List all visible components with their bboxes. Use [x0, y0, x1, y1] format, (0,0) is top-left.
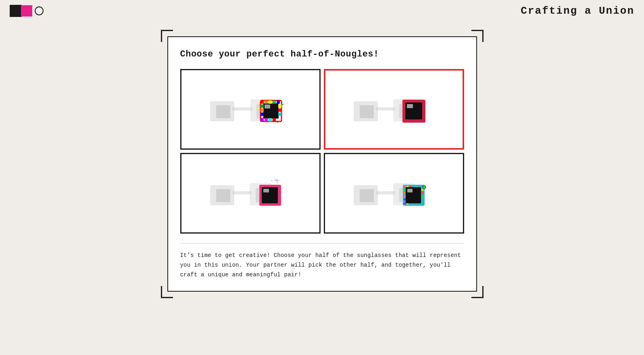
svg-rect-71	[421, 195, 423, 197]
bracket-corner-bl	[161, 286, 173, 298]
svg-text:✦: ✦	[421, 96, 423, 100]
header-title: Crafting a Union	[521, 5, 634, 17]
svg-rect-6	[265, 104, 270, 109]
svg-rect-63	[404, 203, 406, 205]
svg-rect-12	[277, 100, 280, 104]
description-text: It's time to get creative! Choose your h…	[180, 251, 464, 280]
main-content: Choose your perfect half-of-Nougles!	[0, 22, 644, 306]
svg-rect-11	[273, 100, 276, 104]
choice-box-4[interactable]: ·	[324, 153, 464, 234]
divider	[180, 243, 464, 244]
card-title: Choose your perfect half-of-Nougles!	[180, 49, 464, 59]
svg-rect-58	[376, 191, 395, 194]
svg-rect-66	[404, 192, 406, 194]
svg-rect-1	[216, 105, 230, 118]
svg-rect-18	[261, 109, 264, 112]
bracket-corner-tr	[471, 30, 484, 42]
choices-grid: ✦ ❤ ♦	[180, 69, 464, 234]
svg-rect-17	[261, 104, 264, 108]
noogle-image-4: ·	[342, 167, 446, 219]
logo-circle	[35, 6, 44, 15]
svg-rect-69	[421, 189, 423, 191]
svg-text:⋆: ⋆	[427, 98, 429, 101]
bracket-corner-br	[471, 286, 484, 298]
bracket-frame: Choose your perfect half-of-Nougles!	[161, 30, 484, 298]
bracket-corner-tl	[161, 30, 173, 42]
logo-black-square	[10, 5, 22, 17]
choice-box-3[interactable]: ✦ ✦ ·	[180, 153, 321, 234]
noogle-image-1: ✦ ❤ ♦	[198, 83, 303, 136]
svg-rect-8	[261, 100, 264, 104]
svg-rect-60	[404, 186, 406, 188]
svg-rect-47	[263, 189, 269, 192]
svg-rect-10	[269, 100, 272, 104]
choice-box-2[interactable]: ✦ · ✧ ⋆	[324, 69, 464, 150]
choice-box-1[interactable]: ✦ ❤ ♦	[180, 69, 321, 150]
noogle-image-2: ✦ · ✧ ⋆	[342, 83, 446, 136]
svg-rect-27	[360, 105, 374, 118]
svg-rect-41	[216, 189, 230, 202]
svg-rect-30	[376, 107, 395, 111]
svg-rect-70	[421, 192, 423, 194]
noogle-image-3: ✦ ✦ ·	[198, 167, 303, 219]
svg-text:♦: ♦	[282, 102, 284, 106]
svg-rect-9	[265, 100, 268, 104]
svg-rect-67	[404, 195, 406, 197]
svg-rect-21	[278, 109, 281, 112]
svg-rect-16	[273, 118, 276, 121]
svg-rect-13	[261, 118, 264, 121]
svg-rect-20	[278, 104, 281, 108]
svg-rect-19	[261, 113, 264, 116]
svg-text:✦: ✦	[271, 179, 273, 183]
svg-rect-14	[265, 118, 268, 121]
svg-text:·: ·	[423, 182, 425, 186]
choice-card: Choose your perfect half-of-Nougles!	[167, 36, 477, 292]
svg-text:✦: ✦	[258, 106, 260, 111]
svg-rect-55	[360, 189, 374, 202]
svg-text:❤: ❤	[277, 121, 279, 124]
svg-rect-22	[278, 113, 281, 116]
logo	[10, 5, 44, 17]
logo-pink-square	[21, 5, 32, 17]
svg-rect-73	[407, 189, 413, 192]
header: Crafting a Union	[0, 0, 644, 22]
svg-rect-15	[269, 118, 272, 121]
svg-rect-44	[232, 191, 252, 194]
svg-text:·: ·	[279, 179, 281, 182]
svg-rect-35	[407, 104, 413, 108]
svg-rect-4	[232, 107, 252, 111]
svg-rect-65	[404, 189, 406, 191]
svg-rect-68	[404, 198, 406, 200]
svg-text:✧: ✧	[424, 98, 427, 102]
svg-point-74	[423, 186, 426, 189]
